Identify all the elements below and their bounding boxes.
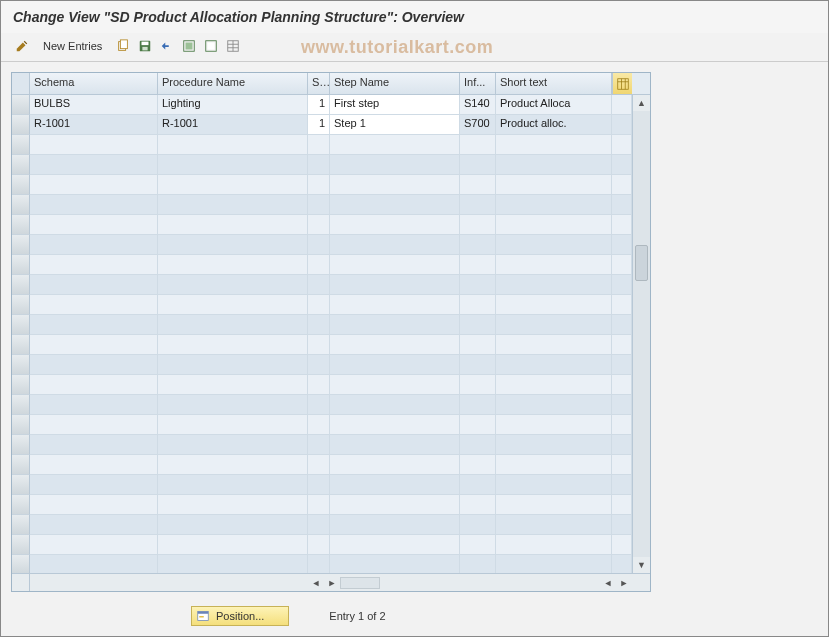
- col-procedure-name[interactable]: Procedure Name: [158, 73, 308, 94]
- cell: [30, 215, 158, 235]
- cell[interactable]: Lighting: [158, 95, 308, 115]
- row-selector[interactable]: [12, 255, 30, 275]
- cell: [30, 155, 158, 175]
- cell: [30, 235, 158, 255]
- row-selector[interactable]: [12, 355, 30, 375]
- table-row: [12, 395, 650, 415]
- column-config-icon[interactable]: [612, 73, 632, 94]
- row-selector[interactable]: [12, 195, 30, 215]
- scroll-track[interactable]: [633, 111, 650, 557]
- deselect-all-icon[interactable]: [202, 37, 220, 55]
- cell[interactable]: S140: [460, 95, 496, 115]
- row-selector[interactable]: [12, 435, 30, 455]
- select-all-icon[interactable]: [180, 37, 198, 55]
- undo-icon[interactable]: [158, 37, 176, 55]
- table-row: [12, 315, 650, 335]
- row-selector[interactable]: [12, 335, 30, 355]
- cell: [330, 535, 460, 555]
- save-icon[interactable]: [136, 37, 154, 55]
- row-selector[interactable]: [12, 115, 30, 135]
- cell: [308, 235, 330, 255]
- row-selector[interactable]: [12, 135, 30, 155]
- table-row: [12, 255, 650, 275]
- row-selector[interactable]: [12, 95, 30, 115]
- cell: [460, 355, 496, 375]
- hscroll2-right-icon[interactable]: ►: [616, 575, 632, 591]
- table-settings-icon[interactable]: [224, 37, 242, 55]
- col-inf[interactable]: Inf...: [460, 73, 496, 94]
- cell[interactable]: R-1001: [158, 115, 308, 135]
- copy-icon[interactable]: [114, 37, 132, 55]
- row-selector[interactable]: [12, 155, 30, 175]
- row-selector[interactable]: [12, 555, 30, 573]
- hscroll-track[interactable]: [340, 577, 380, 589]
- row-selector[interactable]: [12, 535, 30, 555]
- row-selector[interactable]: [12, 495, 30, 515]
- row-selector-header[interactable]: [12, 73, 30, 94]
- grid-header: Schema Procedure Name S.. Step Name Inf.…: [12, 73, 650, 95]
- cell: [460, 395, 496, 415]
- cell: [612, 155, 632, 175]
- cell: [30, 315, 158, 335]
- scroll-thumb[interactable]: [635, 245, 648, 281]
- vertical-scrollbar[interactable]: ▲ ▼: [632, 95, 650, 573]
- cell: [496, 235, 612, 255]
- cell[interactable]: Step 1: [330, 115, 460, 135]
- col-step-name[interactable]: Step Name: [330, 73, 460, 94]
- row-selector[interactable]: [12, 455, 30, 475]
- cell: [30, 295, 158, 315]
- cell: [612, 335, 632, 355]
- row-selector[interactable]: [12, 215, 30, 235]
- svg-rect-8: [208, 43, 215, 50]
- row-selector[interactable]: [12, 395, 30, 415]
- row-selector[interactable]: [12, 475, 30, 495]
- col-s[interactable]: S..: [308, 73, 330, 94]
- cell: [612, 275, 632, 295]
- cell: [460, 175, 496, 195]
- cell: [496, 255, 612, 275]
- cell[interactable]: S700: [460, 115, 496, 135]
- position-button[interactable]: Position...: [191, 606, 289, 626]
- table-row: [12, 275, 650, 295]
- cell: [30, 495, 158, 515]
- cell[interactable]: 1: [308, 95, 330, 115]
- row-selector[interactable]: [12, 315, 30, 335]
- change-icon[interactable]: [13, 37, 31, 55]
- cell[interactable]: First step: [330, 95, 460, 115]
- cell: [330, 455, 460, 475]
- hscroll-right-icon[interactable]: ►: [324, 575, 340, 591]
- scroll-down-icon[interactable]: ▼: [634, 557, 650, 573]
- cell[interactable]: BULBS: [30, 95, 158, 115]
- cell[interactable]: [612, 115, 632, 135]
- hscroll-left-icon[interactable]: ◄: [308, 575, 324, 591]
- cell: [30, 435, 158, 455]
- cell: [460, 135, 496, 155]
- cell[interactable]: Product Alloca: [496, 95, 612, 115]
- cell: [460, 435, 496, 455]
- table-row: [12, 135, 650, 155]
- col-schema[interactable]: Schema: [30, 73, 158, 94]
- row-selector[interactable]: [12, 515, 30, 535]
- cell: [612, 555, 632, 573]
- row-selector[interactable]: [12, 175, 30, 195]
- cell: [460, 235, 496, 255]
- cell[interactable]: [612, 95, 632, 115]
- table-row: [12, 375, 650, 395]
- cell: [612, 395, 632, 415]
- table-row: R-1001R-10011Step 1S700Product alloc.: [12, 115, 650, 135]
- cell: [330, 395, 460, 415]
- table-row: [12, 235, 650, 255]
- new-entries-button[interactable]: New Entries: [35, 38, 110, 54]
- col-short-text[interactable]: Short text: [496, 73, 612, 94]
- row-selector[interactable]: [12, 235, 30, 255]
- row-selector[interactable]: [12, 275, 30, 295]
- row-selector[interactable]: [12, 415, 30, 435]
- cell: [460, 195, 496, 215]
- cell[interactable]: R-1001: [30, 115, 158, 135]
- cell[interactable]: Product alloc.: [496, 115, 612, 135]
- row-selector[interactable]: [12, 375, 30, 395]
- row-selector[interactable]: [12, 295, 30, 315]
- hscroll2-left-icon[interactable]: ◄: [600, 575, 616, 591]
- scroll-up-icon[interactable]: ▲: [634, 95, 650, 111]
- cell[interactable]: 1: [308, 115, 330, 135]
